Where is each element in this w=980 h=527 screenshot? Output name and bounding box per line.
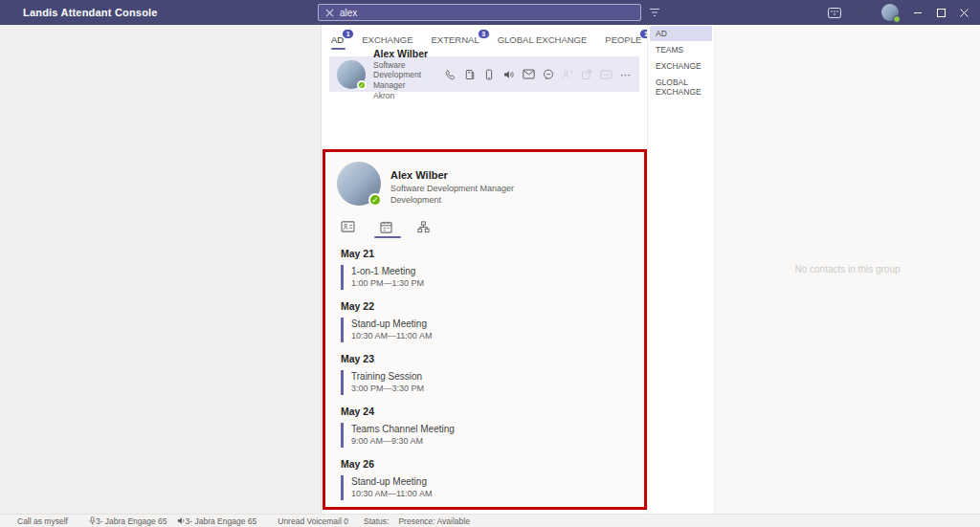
desk-phone-icon[interactable] [464, 69, 476, 80]
profile-department: Development [390, 194, 514, 206]
presence-dot [893, 15, 901, 23]
group-item-teams[interactable]: TEAMS [650, 42, 712, 57]
calendar-date: May 21 [341, 248, 633, 259]
call-as-selector[interactable]: Call as myself [17, 516, 68, 526]
chat-icon[interactable] [543, 69, 554, 80]
voicemail-count[interactable]: Unread Voicemail 0 [278, 516, 348, 526]
group-item-ad[interactable]: AD [650, 26, 712, 41]
presence-status[interactable]: Presence: Available [398, 516, 470, 526]
attendant-console-window: Landis Attendant Console ⋯ [0, 0, 980, 527]
contact-avatar: ✓ [337, 60, 366, 89]
titlebar: Landis Attendant Console ⋯ [0, 0, 980, 25]
minimize-button[interactable] [913, 8, 923, 17]
tab-external-badge: 3 [478, 29, 490, 39]
calendar-date: May 22 [341, 300, 633, 312]
mic-device-label[interactable]: 3- Jabra Engage 65 [96, 516, 167, 526]
share-icon [581, 69, 592, 80]
titlebar-controls: ⋯ [828, 0, 980, 25]
calendar-event[interactable]: Stand-up Meeting 10:30 AM—11:00 AM [341, 475, 633, 500]
tab-exchange[interactable]: EXCHANGE [362, 34, 412, 50]
calendar-event[interactable]: Teams Channel Meeting 9:00 AM—9:30 AM [341, 423, 633, 448]
tab-ad-badge: 1 [342, 29, 354, 39]
contact-actions: ⋯ [445, 69, 632, 80]
groups-list: AD TEAMS EXCHANGE GLOBAL EXCHANGE [647, 25, 714, 514]
speaker-device-label[interactable]: 3- Jabra Engage 65 [186, 516, 257, 526]
clear-search-icon[interactable] [325, 9, 334, 17]
mobile-icon[interactable] [483, 69, 495, 80]
user-avatar[interactable] [881, 4, 899, 21]
contact-location: Akron [373, 91, 445, 101]
contact-job-title: Software Development Manager [373, 60, 445, 91]
tab-people[interactable]: PEOPLE 1 [605, 34, 641, 50]
calendar-event[interactable]: 1-on-1 Meeting 1:00 PM—1:30 PM [341, 265, 633, 290]
group-item-exchange[interactable]: EXCHANGE [650, 58, 712, 74]
empty-group-message: No contacts in this group [794, 264, 900, 274]
tab-global-exchange[interactable]: GLOBAL EXCHANGE [498, 34, 588, 50]
email-icon[interactable] [523, 69, 535, 79]
status-label: Status: [364, 516, 389, 526]
search-input[interactable] [340, 8, 634, 18]
dialpad-icon[interactable] [828, 8, 841, 18]
contact-more-icon[interactable]: ⋯ [620, 71, 632, 78]
park-call-icon [600, 70, 612, 79]
calendar-event[interactable]: Stand-up Meeting 10:30 AM—11:00 AM [341, 318, 633, 342]
contact-result-row[interactable]: ✓ Alex Wilber Software Development Manag… [329, 56, 639, 92]
directory-tabs: AD 1 EXCHANGE EXTERNAL 3 GLOBAL EXCHANGE… [322, 25, 647, 50]
group-item-global-exchange[interactable]: GLOBAL EXCHANGE [650, 75, 712, 99]
more-menu-icon[interactable]: ⋯ [856, 9, 867, 16]
call-panel-empty [0, 25, 322, 514]
org-chart-tab-icon[interactable] [417, 221, 430, 237]
tab-external[interactable]: EXTERNAL 3 [432, 34, 479, 50]
transfer-icon [562, 69, 573, 80]
calendar-tab-icon[interactable] [380, 221, 392, 237]
profile-avatar: ✓ [337, 162, 381, 206]
calendar-list: May 21 1-on-1 Meeting 1:00 PM—1:30 PM Ma… [341, 248, 633, 500]
calendar-date: May 24 [341, 406, 633, 417]
presence-available-icon: ✓ [357, 80, 367, 90]
contact-details-tab-icon[interactable] [341, 221, 355, 237]
app-title: Landis Attendant Console [23, 0, 158, 25]
microphone-icon [89, 516, 96, 525]
speaker-icon [177, 516, 186, 525]
profile-job-title: Software Development Manager [390, 183, 514, 194]
calendar-date: May 23 [341, 353, 633, 364]
calendar-date: May 26 [341, 458, 633, 470]
contact-profile-card annotation-rectangle: ✓ Alex Wilber Software Development Manag… [323, 149, 647, 510]
statusbar: Call as myself 3- Jabra Engage 65 3- Jab… [0, 514, 980, 527]
maximize-button[interactable] [937, 9, 946, 17]
profile-tabs [341, 221, 633, 237]
close-button[interactable] [960, 9, 969, 17]
calendar-event[interactable]: Training Session 3:00 PM—3:30 PM [341, 370, 633, 395]
group-contacts-panel: No contacts in this group [714, 25, 980, 514]
profile-name: Alex Wilber [390, 168, 514, 183]
call-icon[interactable] [445, 69, 457, 80]
filter-icon[interactable] [649, 8, 660, 17]
voicemail-icon[interactable] [502, 69, 515, 80]
tab-ad[interactable]: AD 1 [331, 34, 344, 50]
presence-available-icon: ✓ [368, 193, 382, 207]
search-box[interactable] [318, 4, 641, 21]
